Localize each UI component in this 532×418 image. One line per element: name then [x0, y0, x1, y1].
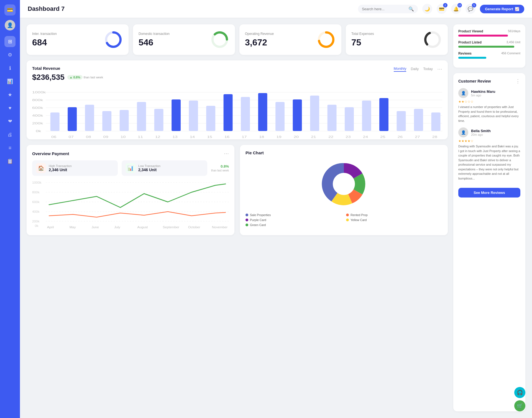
sidebar-item-analytics[interactable]: 📊	[4, 76, 16, 87]
stat-label-1: Domestic transaction	[139, 32, 170, 36]
sidebar-item-likes[interactable]: ♥	[4, 102, 16, 114]
search-box[interactable]: 🔍	[358, 5, 418, 13]
cart-float-button[interactable]: 🛒	[514, 400, 525, 411]
svg-text:September: September	[163, 226, 179, 229]
svg-text:27: 27	[415, 135, 420, 139]
review-avatar-1: 👤	[458, 127, 468, 137]
stat-label-3: Total Expenses	[351, 32, 374, 36]
high-value: 2,346 Unit	[49, 168, 72, 172]
review-item-1: 👤 Bella Smith 20m ago ★★★★☆ Dealing with…	[458, 127, 520, 181]
wallet-badge: 2	[443, 3, 447, 7]
avatar[interactable]: 👤	[5, 20, 15, 30]
svg-rect-21	[68, 107, 77, 131]
svg-text:08: 08	[86, 135, 91, 139]
payment-pct: 0.8%	[221, 164, 229, 168]
reviews-card: Customer Review ⋮ 👤 Hawkins Maru 5m ago …	[453, 73, 525, 411]
header: Dashboard 7 🔍 🌙 💳 2 🔔 12 💬 5 Generate Re…	[20, 0, 532, 18]
svg-text:22: 22	[328, 135, 333, 139]
svg-rect-20	[50, 112, 60, 131]
svg-rect-31	[241, 97, 250, 131]
svg-rect-29	[206, 106, 215, 131]
stat-value-1: 546	[139, 37, 170, 48]
review-item-0: 👤 Hawkins Maru 5m ago ★★☆☆☆ I viewed a n…	[458, 88, 520, 123]
svg-text:June: June	[91, 226, 99, 229]
tab-monthly[interactable]: Monthly	[394, 66, 406, 72]
see-more-reviews-button[interactable]: See More Reviews	[458, 188, 520, 198]
svg-text:10: 10	[121, 135, 126, 139]
sidebar-item-settings[interactable]: ⚙	[4, 49, 16, 60]
stat-value-2: 3,672	[245, 37, 274, 48]
sidebar: 💳 👤 ⊞ ⚙ ℹ 📊 ★ ♥ ❤ 🖨 ≡ 📋	[0, 0, 20, 418]
legend-sale: Sale Properties	[245, 213, 342, 217]
svg-rect-25	[137, 102, 146, 131]
sidebar-item-list[interactable]: 📋	[4, 156, 16, 167]
low-value: 2,346 Unit	[138, 168, 160, 172]
svg-rect-33	[275, 102, 285, 131]
payment-more-icon[interactable]: ⋯	[224, 150, 229, 157]
svg-text:26: 26	[398, 135, 403, 139]
svg-text:16: 16	[224, 135, 229, 139]
stat-label-0: Inter. transaction	[32, 32, 57, 36]
header-right: 🔍 🌙 💳 2 🔔 12 💬 5 Generate Report 📈	[358, 4, 524, 14]
high-label: High Transaction	[49, 164, 72, 168]
bell-button[interactable]: 🔔 12	[451, 4, 461, 14]
stats-row: Inter. transaction 684 Domestic transact…	[27, 24, 448, 55]
tab-today[interactable]: Today	[423, 67, 433, 71]
bar-chart: 1000k 800k 600k 400k 200k 0k	[32, 89, 442, 134]
stat-card-3: Total Expenses 75	[346, 24, 448, 55]
chart-icon: 📈	[515, 7, 519, 11]
svg-rect-40	[397, 111, 406, 131]
legend-yellow: Yellow Card	[346, 218, 442, 222]
sidebar-item-favorites[interactable]: ★	[4, 89, 16, 100]
svg-rect-37	[345, 107, 354, 131]
sidebar-item-dashboard[interactable]: ⊞	[4, 36, 16, 47]
chat-badge: 5	[472, 3, 476, 7]
sidebar-item-print[interactable]: 🖨	[4, 129, 16, 140]
svg-text:28: 28	[432, 135, 437, 139]
svg-text:12: 12	[155, 135, 160, 139]
stat-label-2: Operating Revenue	[245, 32, 274, 36]
svg-text:17: 17	[242, 135, 247, 139]
reviews-more-icon[interactable]: ⋮	[515, 78, 520, 84]
svg-text:200k: 200k	[32, 220, 40, 223]
chat-button[interactable]: 💬 5	[466, 4, 475, 14]
svg-text:600k: 600k	[32, 201, 40, 204]
wallet-button[interactable]: 💳 2	[437, 4, 447, 14]
svg-rect-28	[189, 101, 198, 131]
moon-button[interactable]: 🌙	[422, 4, 432, 14]
payment-card: Overview Payment ⋯ 🏠 High Transaction 2,…	[27, 145, 234, 235]
bell-badge: 12	[457, 3, 462, 7]
tab-daily[interactable]: Daily	[411, 67, 419, 71]
pie-legend: Sale Properties Rented Prop Purple Card	[245, 213, 442, 227]
generate-report-button[interactable]: Generate Report 📈	[480, 5, 524, 13]
sidebar-item-liked[interactable]: ❤	[4, 116, 16, 127]
stat-value-3: 75	[351, 37, 374, 48]
svg-point-85	[333, 173, 355, 195]
svg-rect-32	[258, 93, 267, 131]
line-chart: 1000k 800k 600k 400k 200k 0k April	[32, 180, 229, 230]
svg-rect-36	[328, 105, 337, 131]
revenue-more-icon[interactable]: ⋯	[437, 66, 442, 72]
revenue-tabs: Monthly Daily Today ⋯	[394, 66, 442, 72]
svg-text:600k: 600k	[32, 106, 43, 109]
metric-bar-2	[458, 57, 486, 59]
svg-text:July: July	[114, 226, 120, 229]
search-input[interactable]	[362, 7, 406, 11]
legend-purple: Purple Card	[245, 218, 342, 222]
donut-1	[210, 30, 229, 49]
sidebar-logo[interactable]: 💳	[4, 4, 16, 16]
support-float-button[interactable]: 🎧	[514, 387, 525, 398]
svg-text:15: 15	[207, 135, 212, 139]
revenue-sub: than last week	[84, 76, 103, 79]
revenue-amount: $236,535	[32, 73, 65, 82]
metric-bar-1	[458, 46, 514, 48]
payment-title: Overview Payment	[32, 151, 69, 156]
sidebar-item-info[interactable]: ℹ	[4, 63, 16, 74]
pie-chart-svg	[319, 159, 369, 209]
stat-card-1: Domestic transaction 546	[133, 24, 235, 55]
sidebar-item-menu[interactable]: ≡	[4, 142, 16, 153]
metric-bar-0	[458, 35, 508, 37]
reviews-title: Customer Review	[458, 79, 491, 83]
svg-text:21: 21	[311, 135, 316, 139]
legend-rented: Rented Prop	[346, 213, 442, 217]
